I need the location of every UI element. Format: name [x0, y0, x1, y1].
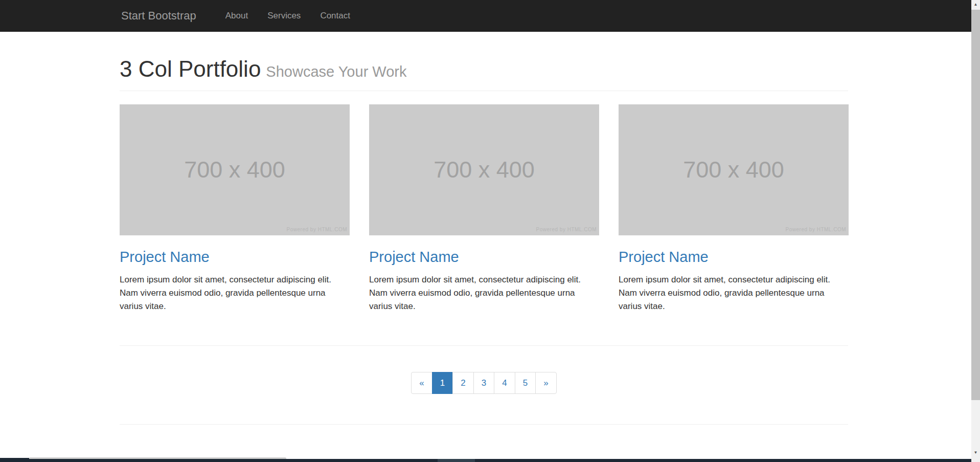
pagination-next[interactable]: » [535, 372, 556, 394]
placeholder-watermark: Powered by HTML.COM [786, 227, 846, 232]
scroll-down-arrow-icon[interactable]: ▼ [971, 448, 980, 457]
project-description-3: Lorem ipsum dolor sit amet, consectetur … [619, 273, 849, 313]
navbar-brand[interactable]: Start Bootstrap [121, 9, 196, 23]
pagination-wrapper: « 1 2 3 4 5 » [120, 372, 848, 394]
project-description-2: Lorem ipsum dolor sit amet, consectetur … [369, 273, 599, 313]
pagination-page-3[interactable]: 3 [473, 372, 494, 394]
pagination-prev[interactable]: « [411, 372, 432, 394]
navbar-inner: Start Bootstrap About Services Contact [121, 0, 971, 31]
page-header: 3 Col PortfolioShowcase Your Work [120, 57, 848, 91]
portfolio-card-1: 700 x 400 Powered by HTML.COM Project Na… [120, 104, 350, 313]
placeholder-watermark: Powered by HTML.COM [536, 227, 597, 232]
divider-above-footer [120, 424, 848, 425]
pagination-page-1[interactable]: 1 [432, 372, 453, 394]
project-image-link-1[interactable]: 700 x 400 Powered by HTML.COM [120, 104, 350, 235]
nav-link-services[interactable]: Services [258, 11, 310, 21]
project-image-link-3[interactable]: 700 x 400 Powered by HTML.COM [619, 104, 849, 235]
project-title-link-3[interactable]: Project Name [619, 249, 709, 265]
divider-above-pagination [120, 345, 848, 346]
pagination-page-2[interactable]: 2 [452, 372, 473, 394]
page-subtitle: Showcase Your Work [266, 63, 406, 80]
project-title-link-2[interactable]: Project Name [369, 249, 459, 265]
vertical-scrollbar[interactable]: ▲ ▼ [971, 0, 980, 462]
placeholder-label: 700 x 400 [184, 157, 285, 183]
placeholder-watermark: Powered by HTML.COM [287, 227, 347, 232]
placeholder-label: 700 x 400 [434, 157, 535, 183]
project-description-1: Lorem ipsum dolor sit amet, consectetur … [120, 273, 350, 313]
project-title-link-1[interactable]: Project Name [120, 249, 210, 265]
taskbar-edge [0, 459, 971, 462]
pagination-page-5[interactable]: 5 [515, 372, 536, 394]
navbar: Start Bootstrap About Services Contact [0, 0, 971, 32]
taskbar-active-app-indicator [438, 459, 475, 462]
taskbar-edge-left [0, 458, 29, 462]
placeholder-label: 700 x 400 [683, 157, 784, 183]
vertical-scrollbar-thumb[interactable] [971, 10, 980, 400]
main-container: 3 Col PortfolioShowcase Your Work 700 x … [120, 32, 848, 462]
nav-link-contact[interactable]: Contact [310, 11, 360, 21]
pagination: « 1 2 3 4 5 » [411, 372, 556, 394]
page-title: 3 Col PortfolioShowcase Your Work [120, 57, 848, 84]
pagination-page-4[interactable]: 4 [494, 372, 515, 394]
project-image-link-2[interactable]: 700 x 400 Powered by HTML.COM [369, 104, 599, 235]
page-title-text: 3 Col Portfolio [120, 56, 261, 81]
portfolio-row: 700 x 400 Powered by HTML.COM Project Na… [120, 104, 848, 313]
portfolio-card-2: 700 x 400 Powered by HTML.COM Project Na… [369, 104, 599, 313]
portfolio-card-3: 700 x 400 Powered by HTML.COM Project Na… [619, 104, 849, 313]
nav-link-about[interactable]: About [216, 11, 258, 21]
scroll-up-arrow-icon[interactable]: ▲ [971, 0, 980, 9]
